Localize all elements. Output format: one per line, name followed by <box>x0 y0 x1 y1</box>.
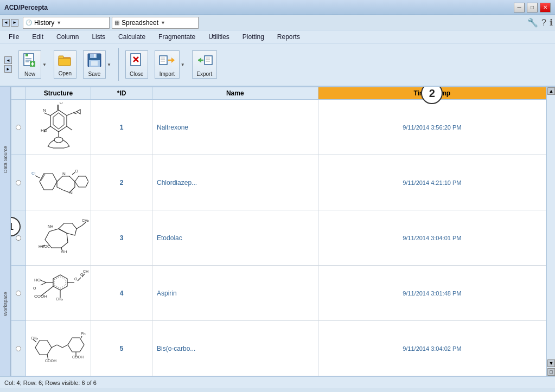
table-container[interactable]: 1 Structure *ID Name Time Stamp 2 <box>11 87 546 376</box>
new-dropdown-arrow[interactable]: ▼ <box>42 62 47 67</box>
timestamp-cell-3: 9/11/2014 3:04:01 PM <box>318 210 546 266</box>
menu-lists[interactable]: Lists <box>85 30 112 43</box>
collapse-left-button[interactable]: ◄ <box>2 19 10 27</box>
close-doc-label: Close <box>130 71 144 77</box>
workspace-label[interactable]: Workspace <box>0 232 10 376</box>
svg-line-84 <box>78 278 81 281</box>
svg-marker-55 <box>40 173 57 190</box>
menu-utilities[interactable]: Utilities <box>202 30 236 43</box>
maximize-button[interactable]: □ <box>527 3 538 12</box>
data-area: Data Source Workspace 1 Structure *ID Na… <box>0 87 555 376</box>
info-icon[interactable]: ℹ <box>550 17 553 28</box>
menu-plotting[interactable]: Plotting <box>236 30 271 43</box>
right-scrollbar[interactable]: ▲ ▼ □ <box>546 87 555 376</box>
menu-column[interactable]: Column <box>50 30 85 43</box>
svg-line-53 <box>64 146 69 148</box>
svg-line-68 <box>82 222 86 226</box>
header-timestamp[interactable]: Time Stamp 2 <box>318 87 546 100</box>
id-cell-1: 1 <box>91 100 152 155</box>
new-button[interactable]: New <box>18 50 41 79</box>
menu-file[interactable]: File <box>2 30 25 43</box>
toolbar-group-open: Open <box>52 50 79 79</box>
svg-line-101 <box>81 336 82 338</box>
svg-text:HO: HO <box>34 278 41 282</box>
row-radio[interactable] <box>16 180 21 185</box>
sidebar-expand-button[interactable]: ► <box>4 65 12 73</box>
svg-rect-1 <box>25 54 28 56</box>
svg-line-52 <box>48 146 53 148</box>
status-text-2: Rows visible: 6 of 6 <box>45 380 97 386</box>
row-radio[interactable] <box>16 235 21 241</box>
minimize-button[interactable]: ─ <box>514 3 525 12</box>
svg-text:N: N <box>69 190 73 195</box>
structure-cell-2: Cl N N O <box>26 155 91 210</box>
table-row: HO O N <box>11 100 546 155</box>
svg-rect-13 <box>94 54 95 57</box>
table-body: HO O N <box>11 100 546 376</box>
help-icon[interactable]: ? <box>541 18 546 28</box>
import-button[interactable]: Import <box>155 50 180 79</box>
svg-text:O: O <box>75 169 78 173</box>
timestamp-cell-1: 9/11/2014 3:56:20 PM <box>318 100 546 155</box>
scroll-box[interactable]: □ <box>547 368 555 376</box>
svg-line-51 <box>67 143 69 146</box>
svg-text:O: O <box>60 102 63 105</box>
header-structure[interactable]: Structure <box>26 87 91 100</box>
close-button[interactable]: ✕ <box>540 3 551 12</box>
close-doc-button[interactable]: Close <box>125 50 148 79</box>
svg-text:Cl: Cl <box>31 171 36 176</box>
svg-rect-15 <box>91 61 98 66</box>
svg-rect-19 <box>160 56 167 65</box>
new-label: New <box>24 71 35 77</box>
save-button[interactable]: Save <box>83 50 106 79</box>
export-icon <box>196 53 213 70</box>
settings-icon[interactable]: 🔧 <box>527 17 538 28</box>
spreadsheet-dropdown[interactable]: ▦ Spreadsheet ▼ <box>112 17 199 29</box>
history-dropdown[interactable]: 🕐 History ▼ <box>23 17 110 29</box>
data-source-label[interactable]: Data Source <box>0 87 10 232</box>
svg-line-41 <box>73 113 76 114</box>
action-toolbar: ◄ ► New ▼ <box>0 43 555 87</box>
svg-line-50 <box>48 143 50 146</box>
open-label: Open <box>59 70 72 76</box>
name-cell-1: Naltrexone <box>152 100 318 155</box>
menu-fragmentate[interactable]: Fragmentate <box>152 30 202 43</box>
row-radio[interactable] <box>16 125 21 130</box>
row-radio-cell <box>11 321 26 376</box>
row-radio-cell <box>11 155 26 210</box>
new-icon <box>22 53 37 70</box>
timestamp-cell-2: 9/11/2014 4:21:10 PM <box>318 155 546 210</box>
save-dropdown-arrow[interactable]: ▼ <box>106 62 112 67</box>
spreadsheet-label: Spreadsheet <box>122 19 158 27</box>
expand-right-button[interactable]: ► <box>11 19 18 27</box>
import-dropdown-arrow[interactable]: ▼ <box>180 62 186 67</box>
row-radio-cell <box>11 100 26 155</box>
import-btn-group: Import ▼ <box>155 50 186 79</box>
scroll-up-button[interactable]: ▲ <box>547 87 555 95</box>
scroll-down-button[interactable]: ▼ <box>547 359 555 367</box>
svg-marker-66 <box>59 223 76 235</box>
menu-edit[interactable]: Edit <box>25 30 50 43</box>
row-radio[interactable] <box>16 346 21 351</box>
table-row: HO O O O CH₃ <box>11 266 546 321</box>
status-bar: Col: 4; Row: 6; Rows visible: 6 of 6 <box>0 376 555 388</box>
row-radio[interactable] <box>16 291 21 296</box>
menu-reports[interactable]: Reports <box>271 30 307 43</box>
svg-line-38 <box>44 113 50 115</box>
name-cell-5: Bis(o-carbo... <box>152 321 318 376</box>
menu-calculate[interactable]: Calculate <box>112 30 152 43</box>
svg-marker-76 <box>54 277 66 288</box>
svg-marker-97 <box>68 338 84 352</box>
import-icon <box>158 53 176 70</box>
toolbar-group-export: Export <box>190 50 219 79</box>
sidebar-collapse-button[interactable]: ◄ <box>4 56 12 64</box>
header-name[interactable]: Name <box>152 87 318 100</box>
svg-text:COOH: COOH <box>34 294 47 299</box>
name-cell-2: Chlordiazep... <box>152 155 318 210</box>
header-id[interactable]: *ID <box>91 87 152 100</box>
svg-text:N: N <box>43 108 46 113</box>
save-icon <box>87 53 102 70</box>
open-button[interactable]: Open <box>54 50 76 79</box>
menu-bar: File Edit Column Lists Calculate Fragmen… <box>0 30 555 43</box>
export-button[interactable]: Export <box>192 50 217 79</box>
